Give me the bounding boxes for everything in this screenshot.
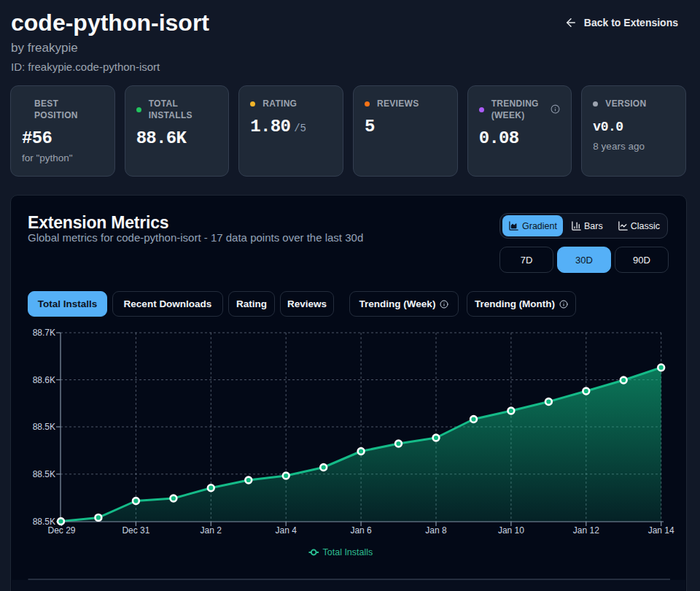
svg-text:Jan 8: Jan 8: [425, 525, 447, 536]
svg-text:Dec 31: Dec 31: [122, 525, 149, 536]
svg-text:Jan 2: Jan 2: [201, 525, 222, 536]
svg-text:Jan 14: Jan 14: [648, 525, 674, 536]
svg-text:88.5K: 88.5K: [33, 422, 55, 432]
svg-text:88.7K: 88.7K: [33, 328, 55, 338]
svg-text:88.6K: 88.6K: [33, 375, 55, 385]
svg-text:Jan 6: Jan 6: [350, 525, 372, 536]
svg-text:Dec 29: Dec 29: [47, 525, 75, 536]
svg-text:Total Installs: Total Installs: [323, 547, 373, 557]
svg-text:Jan 10: Jan 10: [498, 525, 524, 536]
svg-text:Jan 12: Jan 12: [573, 525, 599, 536]
svg-text:88.5K: 88.5K: [33, 469, 55, 479]
svg-text:Jan 4: Jan 4: [276, 525, 298, 536]
